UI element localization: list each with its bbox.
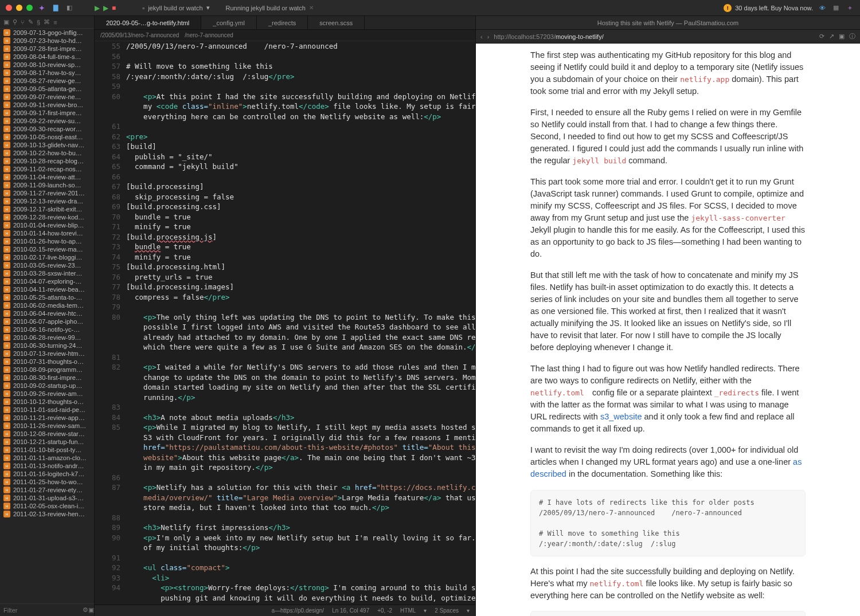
file-item[interactable]: H2009-09-11-review-bro… [0,101,94,109]
back-icon[interactable]: ‹ [480,33,483,40]
file-item[interactable]: H2010-04-11-review-bea… [0,285,94,293]
file-item[interactable]: H2010-10-12-thoughts-o… [0,398,94,406]
file-item[interactable]: H2010-01-26-how-to-ap… [0,237,94,245]
file-item[interactable]: H2010-04-07-exploring-… [0,277,94,285]
file-item[interactable]: H2010-06-04-review-htc… [0,309,94,317]
file-item[interactable]: H2009-07-13-gogo-inflig… [0,29,94,37]
editor-tab[interactable]: _redirects [257,16,308,29]
file-item[interactable]: H2010-06-16-notifo-yc-… [0,325,94,333]
folder-icon[interactable]: ▣ [3,18,9,26]
minimize-window[interactable] [16,5,22,11]
file-item[interactable]: H2009-08-10-review-sp… [0,61,94,69]
file-item[interactable]: H2009-10-28-recap-blog… [0,157,94,165]
file-item[interactable]: H2009-11-09-launch-so… [0,181,94,189]
file-item[interactable]: H2010-03-05-review-23… [0,261,94,269]
task-tab-1[interactable]: ▫ jekyll build or watch ▾ [136,2,215,13]
file-item[interactable]: H2011-01-25-how-to-wo… [0,478,94,486]
file-item[interactable]: H2010-06-07-apple-ipho… [0,317,94,325]
file-item[interactable]: H2009-12-13-review-dra… [0,197,94,205]
code-editor[interactable]: 5556575859606162636465666768697071727374… [95,41,475,605]
file-item[interactable]: H2009-07-23-how-to-hd… [0,37,94,45]
trial-notice[interactable]: ! 30 days left. Buy Nova now. [724,4,813,12]
file-item[interactable]: H2009-09-07-review-ne… [0,93,94,101]
close-window[interactable] [6,5,12,11]
symbols-icon[interactable]: § [37,19,40,26]
file-item[interactable]: H2009-12-28-review-kod… [0,213,94,221]
file-item[interactable]: H2010-12-21-startup-fun… [0,438,94,446]
preview-content[interactable]: The first step was authenticating my Git… [476,44,860,616]
file-item[interactable]: H2011-02-13-review-hen… [0,510,94,518]
tags-icon[interactable]: ⌘ [44,18,50,26]
file-item[interactable]: H2010-02-17-live-bloggi… [0,253,94,261]
file-item[interactable]: H2010-11-01-ssd-raid-pe… [0,406,94,414]
file-item[interactable]: H2009-07-28-first-impre… [0,45,94,53]
file-item[interactable]: H2009-10-13-glidetv-nav… [0,141,94,149]
file-item[interactable]: H2010-02-15-review-ma… [0,245,94,253]
preview-url[interactable]: http://localhost:57203/moving-to-netlify… [494,33,815,40]
file-item[interactable]: H2010-11-26-review-sam… [0,422,94,430]
file-item[interactable]: H2009-09-17-first-impre… [0,109,94,117]
file-item[interactable]: H2009-09-30-recap-wor… [0,125,94,133]
file-item[interactable]: H2010-05-25-atlanta-to-… [0,293,94,301]
file-item[interactable]: H2011-02-05-osx-clean-i… [0,502,94,510]
editor-tab[interactable]: _config.yml [201,16,257,29]
file-item[interactable]: H2010-12-08-review-star… [0,430,94,438]
file-item[interactable]: H2010-08-09-programm… [0,366,94,374]
file-item[interactable]: H2010-01-04-review-blip… [0,221,94,229]
file-item[interactable]: H2011-01-27-review-ety… [0,486,94,494]
info-icon[interactable]: ⓘ [849,32,855,41]
folder-icon[interactable]: ▇ [51,3,60,13]
add-icon[interactable]: ＋ [845,3,854,13]
gear-icon[interactable]: ⚙ [83,606,88,614]
forward-icon[interactable]: › [487,33,490,40]
file-item[interactable]: H2010-09-02-startup-up… [0,382,94,390]
task-tab-2[interactable]: Running jekyll build or watch ✕ [220,3,319,13]
panel-icon[interactable]: ▦ [831,3,841,13]
scm-icon[interactable]: ⑂ [21,19,25,26]
collapse-icon[interactable]: ▣ [88,606,94,614]
file-item[interactable]: H2009-11-02-recap-nos… [0,165,94,173]
file-item[interactable]: H2011-01-11-amazon-clo… [0,454,94,462]
stop-icon[interactable]: ■ [112,4,116,12]
search-icon[interactable]: ⚲ [13,18,17,26]
link-netlify-toml[interactable]: netlify.toml [530,389,590,397]
eye-icon[interactable]: 👁 [818,3,827,13]
clips-icon[interactable]: ✎ [28,18,33,26]
file-item[interactable]: H2009-08-04-full-time-s… [0,53,94,61]
file-item[interactable]: H2009-09-05-atlanta-ge… [0,85,94,93]
play-icon[interactable]: ▶ [95,4,100,12]
devtools-icon[interactable]: ▣ [839,33,845,40]
language-mode[interactable]: HTML [400,607,416,614]
file-item[interactable]: H2009-10-22-how-to-bu… [0,149,94,157]
file-item[interactable]: H2010-01-14-how-torevi… [0,229,94,237]
file-item[interactable]: H2009-12-17-skribit-exit… [0,205,94,213]
file-item[interactable]: H2009-08-27-review-ge… [0,77,94,85]
file-item[interactable]: H2011-01-10-bit-post-ty… [0,446,94,454]
file-item[interactable]: H2010-07-13-review-htm… [0,350,94,358]
sidebar-toggle-icon[interactable]: ◧ [65,3,74,13]
zoom-window[interactable] [26,5,33,11]
reload-icon[interactable]: ⟳ [819,33,824,40]
issues-icon[interactable]: ≡ [53,19,57,26]
file-item[interactable]: H2010-06-30-turning-24… [0,342,94,350]
file-item[interactable]: H2011-01-13-notifo-andr… [0,462,94,470]
file-item[interactable]: H2010-03-28-sxsw-inter… [0,269,94,277]
file-item[interactable]: H2011-01-31-upload-s3-… [0,494,94,502]
git-branch[interactable]: a—https://p0.design/ [271,607,324,614]
file-item[interactable]: H2011-01-16-logitech-k7… [0,470,94,478]
external-icon[interactable]: ↗ [829,33,834,40]
file-item[interactable]: H2010-08-30-first-impre… [0,374,94,382]
file-item[interactable]: H2010-07-31-thoughts-o… [0,358,94,366]
file-item[interactable]: H2010-09-26-review-am… [0,390,94,398]
file-item[interactable]: H2010-11-21-review-app… [0,414,94,422]
file-item[interactable]: H2009-09-22-review-su… [0,117,94,125]
chevron-down-icon[interactable]: ▾ [206,4,210,11]
chevron-icon[interactable]: ▾ [424,607,427,614]
debug-icon[interactable]: ▶ [103,4,108,12]
cursor-position[interactable]: Ln 16, Col 497 [332,607,369,614]
file-item[interactable]: H2009-10-05-nosql-east… [0,133,94,141]
chevron-icon[interactable]: ▾ [467,607,470,614]
close-icon[interactable]: ✕ [309,5,314,11]
indent-mode[interactable]: 2 Spaces [435,607,459,614]
filter-input[interactable] [3,607,83,614]
